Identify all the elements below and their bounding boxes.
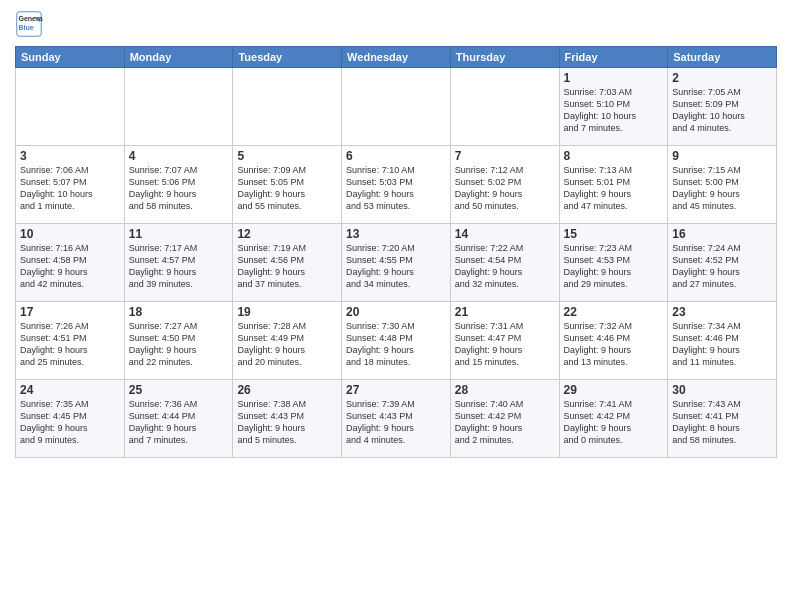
day-info: Sunrise: 7:16 AM Sunset: 4:58 PM Dayligh… xyxy=(20,242,120,291)
day-number: 12 xyxy=(237,227,337,241)
calendar-cell: 21Sunrise: 7:31 AM Sunset: 4:47 PM Dayli… xyxy=(450,302,559,380)
day-number: 17 xyxy=(20,305,120,319)
day-info: Sunrise: 7:23 AM Sunset: 4:53 PM Dayligh… xyxy=(564,242,664,291)
day-number: 25 xyxy=(129,383,229,397)
calendar-week-4: 17Sunrise: 7:26 AM Sunset: 4:51 PM Dayli… xyxy=(16,302,777,380)
calendar-cell: 6Sunrise: 7:10 AM Sunset: 5:03 PM Daylig… xyxy=(342,146,451,224)
day-info: Sunrise: 7:13 AM Sunset: 5:01 PM Dayligh… xyxy=(564,164,664,213)
day-number: 20 xyxy=(346,305,446,319)
day-info: Sunrise: 7:38 AM Sunset: 4:43 PM Dayligh… xyxy=(237,398,337,447)
day-number: 1 xyxy=(564,71,664,85)
day-info: Sunrise: 7:41 AM Sunset: 4:42 PM Dayligh… xyxy=(564,398,664,447)
day-info: Sunrise: 7:19 AM Sunset: 4:56 PM Dayligh… xyxy=(237,242,337,291)
calendar-cell: 26Sunrise: 7:38 AM Sunset: 4:43 PM Dayli… xyxy=(233,380,342,458)
day-number: 26 xyxy=(237,383,337,397)
col-header-tuesday: Tuesday xyxy=(233,47,342,68)
calendar-cell: 23Sunrise: 7:34 AM Sunset: 4:46 PM Dayli… xyxy=(668,302,777,380)
day-info: Sunrise: 7:05 AM Sunset: 5:09 PM Dayligh… xyxy=(672,86,772,135)
calendar-cell: 18Sunrise: 7:27 AM Sunset: 4:50 PM Dayli… xyxy=(124,302,233,380)
calendar-week-5: 24Sunrise: 7:35 AM Sunset: 4:45 PM Dayli… xyxy=(16,380,777,458)
logo-icon: General Blue xyxy=(15,10,43,38)
day-info: Sunrise: 7:31 AM Sunset: 4:47 PM Dayligh… xyxy=(455,320,555,369)
day-number: 6 xyxy=(346,149,446,163)
day-info: Sunrise: 7:20 AM Sunset: 4:55 PM Dayligh… xyxy=(346,242,446,291)
col-header-saturday: Saturday xyxy=(668,47,777,68)
day-number: 28 xyxy=(455,383,555,397)
day-number: 21 xyxy=(455,305,555,319)
calendar-cell xyxy=(233,68,342,146)
day-info: Sunrise: 7:12 AM Sunset: 5:02 PM Dayligh… xyxy=(455,164,555,213)
calendar-cell: 11Sunrise: 7:17 AM Sunset: 4:57 PM Dayli… xyxy=(124,224,233,302)
calendar-cell: 20Sunrise: 7:30 AM Sunset: 4:48 PM Dayli… xyxy=(342,302,451,380)
day-number: 16 xyxy=(672,227,772,241)
day-number: 13 xyxy=(346,227,446,241)
day-info: Sunrise: 7:43 AM Sunset: 4:41 PM Dayligh… xyxy=(672,398,772,447)
calendar-cell: 15Sunrise: 7:23 AM Sunset: 4:53 PM Dayli… xyxy=(559,224,668,302)
calendar-cell: 8Sunrise: 7:13 AM Sunset: 5:01 PM Daylig… xyxy=(559,146,668,224)
col-header-friday: Friday xyxy=(559,47,668,68)
calendar-cell: 2Sunrise: 7:05 AM Sunset: 5:09 PM Daylig… xyxy=(668,68,777,146)
col-header-monday: Monday xyxy=(124,47,233,68)
calendar-cell: 5Sunrise: 7:09 AM Sunset: 5:05 PM Daylig… xyxy=(233,146,342,224)
day-info: Sunrise: 7:06 AM Sunset: 5:07 PM Dayligh… xyxy=(20,164,120,213)
calendar-week-3: 10Sunrise: 7:16 AM Sunset: 4:58 PM Dayli… xyxy=(16,224,777,302)
calendar-cell: 9Sunrise: 7:15 AM Sunset: 5:00 PM Daylig… xyxy=(668,146,777,224)
day-number: 15 xyxy=(564,227,664,241)
calendar-cell: 3Sunrise: 7:06 AM Sunset: 5:07 PM Daylig… xyxy=(16,146,125,224)
col-header-wednesday: Wednesday xyxy=(342,47,451,68)
calendar-cell xyxy=(342,68,451,146)
calendar-cell: 14Sunrise: 7:22 AM Sunset: 4:54 PM Dayli… xyxy=(450,224,559,302)
day-info: Sunrise: 7:03 AM Sunset: 5:10 PM Dayligh… xyxy=(564,86,664,135)
day-number: 30 xyxy=(672,383,772,397)
day-info: Sunrise: 7:17 AM Sunset: 4:57 PM Dayligh… xyxy=(129,242,229,291)
main-container: General Blue SundayMondayTuesdayWednesda… xyxy=(0,0,792,468)
day-info: Sunrise: 7:39 AM Sunset: 4:43 PM Dayligh… xyxy=(346,398,446,447)
calendar-cell: 12Sunrise: 7:19 AM Sunset: 4:56 PM Dayli… xyxy=(233,224,342,302)
logo: General Blue xyxy=(15,10,43,38)
calendar-week-2: 3Sunrise: 7:06 AM Sunset: 5:07 PM Daylig… xyxy=(16,146,777,224)
day-info: Sunrise: 7:10 AM Sunset: 5:03 PM Dayligh… xyxy=(346,164,446,213)
day-info: Sunrise: 7:22 AM Sunset: 4:54 PM Dayligh… xyxy=(455,242,555,291)
calendar-cell: 17Sunrise: 7:26 AM Sunset: 4:51 PM Dayli… xyxy=(16,302,125,380)
day-info: Sunrise: 7:35 AM Sunset: 4:45 PM Dayligh… xyxy=(20,398,120,447)
day-number: 2 xyxy=(672,71,772,85)
calendar-cell xyxy=(124,68,233,146)
day-number: 27 xyxy=(346,383,446,397)
day-info: Sunrise: 7:36 AM Sunset: 4:44 PM Dayligh… xyxy=(129,398,229,447)
calendar-cell: 13Sunrise: 7:20 AM Sunset: 4:55 PM Dayli… xyxy=(342,224,451,302)
day-number: 23 xyxy=(672,305,772,319)
day-info: Sunrise: 7:27 AM Sunset: 4:50 PM Dayligh… xyxy=(129,320,229,369)
day-number: 5 xyxy=(237,149,337,163)
day-number: 8 xyxy=(564,149,664,163)
day-number: 19 xyxy=(237,305,337,319)
day-number: 11 xyxy=(129,227,229,241)
calendar-cell: 24Sunrise: 7:35 AM Sunset: 4:45 PM Dayli… xyxy=(16,380,125,458)
calendar-cell: 7Sunrise: 7:12 AM Sunset: 5:02 PM Daylig… xyxy=(450,146,559,224)
day-info: Sunrise: 7:07 AM Sunset: 5:06 PM Dayligh… xyxy=(129,164,229,213)
calendar-cell: 19Sunrise: 7:28 AM Sunset: 4:49 PM Dayli… xyxy=(233,302,342,380)
svg-text:Blue: Blue xyxy=(19,24,34,31)
calendar-cell xyxy=(16,68,125,146)
calendar-cell: 1Sunrise: 7:03 AM Sunset: 5:10 PM Daylig… xyxy=(559,68,668,146)
day-number: 9 xyxy=(672,149,772,163)
calendar-cell: 16Sunrise: 7:24 AM Sunset: 4:52 PM Dayli… xyxy=(668,224,777,302)
calendar-cell: 29Sunrise: 7:41 AM Sunset: 4:42 PM Dayli… xyxy=(559,380,668,458)
day-info: Sunrise: 7:15 AM Sunset: 5:00 PM Dayligh… xyxy=(672,164,772,213)
day-info: Sunrise: 7:34 AM Sunset: 4:46 PM Dayligh… xyxy=(672,320,772,369)
col-header-sunday: Sunday xyxy=(16,47,125,68)
day-number: 14 xyxy=(455,227,555,241)
day-info: Sunrise: 7:30 AM Sunset: 4:48 PM Dayligh… xyxy=(346,320,446,369)
calendar-cell: 27Sunrise: 7:39 AM Sunset: 4:43 PM Dayli… xyxy=(342,380,451,458)
calendar-cell: 25Sunrise: 7:36 AM Sunset: 4:44 PM Dayli… xyxy=(124,380,233,458)
calendar-cell: 30Sunrise: 7:43 AM Sunset: 4:41 PM Dayli… xyxy=(668,380,777,458)
day-number: 18 xyxy=(129,305,229,319)
calendar-cell xyxy=(450,68,559,146)
calendar-cell: 22Sunrise: 7:32 AM Sunset: 4:46 PM Dayli… xyxy=(559,302,668,380)
day-number: 10 xyxy=(20,227,120,241)
day-info: Sunrise: 7:09 AM Sunset: 5:05 PM Dayligh… xyxy=(237,164,337,213)
day-number: 29 xyxy=(564,383,664,397)
header: General Blue xyxy=(15,10,777,38)
day-number: 22 xyxy=(564,305,664,319)
col-header-thursday: Thursday xyxy=(450,47,559,68)
day-number: 3 xyxy=(20,149,120,163)
